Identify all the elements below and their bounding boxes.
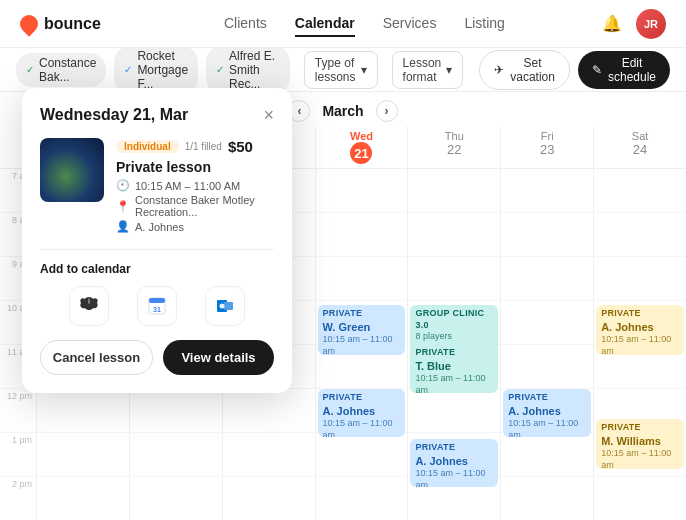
hour-slot xyxy=(37,389,129,433)
avatar[interactable]: JR xyxy=(636,9,666,39)
svg-text:31: 31 xyxy=(153,306,161,313)
view-details-button[interactable]: View details xyxy=(163,340,274,375)
hour-slot xyxy=(316,169,408,213)
day-header-wed: Wed 21 xyxy=(315,126,408,168)
add-to-calendar-label: Add to calendar xyxy=(40,262,274,276)
hour-slot xyxy=(316,213,408,257)
filter-tag-label: Constance Bak... xyxy=(39,56,96,84)
apple-calendar-button[interactable] xyxy=(69,286,109,326)
day-num: 21 xyxy=(350,142,372,164)
nav-clients[interactable]: Clients xyxy=(224,11,267,37)
svg-rect-4 xyxy=(224,302,233,310)
day-header-sat: Sat 24 xyxy=(593,126,686,168)
day-num: 23 xyxy=(501,142,593,157)
hour-slot xyxy=(594,213,686,257)
event-private-ajohnes-thu[interactable]: PRIVATE A. Johnes 10:15 am – 11:00 am xyxy=(410,439,498,487)
filter-tag-alfred[interactable]: ✓ Alfred E. Smith Rec... xyxy=(206,46,290,94)
calendar-icons: 31 xyxy=(40,286,274,326)
chevron-down-icon: ▾ xyxy=(446,63,452,77)
filter-tag-constance[interactable]: ✓ Constance Bak... xyxy=(16,53,106,87)
set-vacation-button[interactable]: ✈ Set vacation xyxy=(479,50,570,90)
hour-slot xyxy=(37,477,129,520)
hour-slot xyxy=(501,213,593,257)
svg-point-5 xyxy=(220,304,225,309)
day-header-thu: Thu 22 xyxy=(407,126,500,168)
nav-calendar[interactable]: Calendar xyxy=(295,11,355,37)
day-header-fri: Fri 23 xyxy=(500,126,593,168)
hour-slot xyxy=(316,257,408,301)
hour-slot xyxy=(594,169,686,213)
flame-icon xyxy=(16,11,41,36)
filter-tag-label: Alfred E. Smith Rec... xyxy=(229,49,280,91)
hour-slot xyxy=(223,389,315,433)
check-icon: ✓ xyxy=(216,64,224,75)
hour-slot xyxy=(130,389,222,433)
nav-services[interactable]: Services xyxy=(383,11,437,37)
cancel-lesson-button[interactable]: Cancel lesson xyxy=(40,340,153,375)
vacation-icon: ✈ xyxy=(494,63,504,77)
time-slot-12pm: 12 pm xyxy=(0,389,36,433)
lesson-location: Constance Baker Motley Recreation... xyxy=(135,194,274,218)
day-col-fri: PRIVATE A. Johnes 10:15 am – 11:00 am xyxy=(500,169,593,520)
next-month-button[interactable]: › xyxy=(376,100,398,122)
hour-slot xyxy=(223,477,315,520)
day-label: Wed xyxy=(350,130,373,142)
nav-right: 🔔 JR xyxy=(598,9,666,39)
app-logo[interactable]: bounce xyxy=(20,15,101,33)
lesson-location-row: 📍 Constance Baker Motley Recreation... xyxy=(116,194,274,218)
divider xyxy=(40,249,274,250)
popup-close-button[interactable]: × xyxy=(263,106,274,124)
app-name: bounce xyxy=(44,15,101,33)
notification-icon[interactable]: 🔔 xyxy=(598,10,626,38)
popup-body: Individual 1/1 filled $50 Private lesson… xyxy=(40,138,274,235)
hour-slot xyxy=(37,433,129,477)
filter-tag-rocket[interactable]: ✓ Rocket Mortgage F... xyxy=(114,46,198,94)
dropdown-label: Type of lessons xyxy=(315,56,356,84)
day-num: 24 xyxy=(594,142,686,157)
month-label: March xyxy=(322,103,363,119)
event-detail-popup: Wednesday 21, Mar × Individual 1/1 fille… xyxy=(22,88,292,393)
hour-slot xyxy=(594,477,686,520)
day-label: Fri xyxy=(541,130,554,142)
day-col-wed: PRIVATE W. Green 10:15 am – 11:00 am PRI… xyxy=(315,169,408,520)
tag-individual: Individual xyxy=(116,140,179,153)
event-group-clinic[interactable]: GROUP CLINIC 3.0 8 players PRIVATE T. Bl… xyxy=(410,305,498,393)
hour-slot xyxy=(408,213,500,257)
svg-rect-1 xyxy=(149,298,165,303)
lesson-format-dropdown[interactable]: Lesson format ▾ xyxy=(392,51,464,89)
check-icon: ✓ xyxy=(124,64,132,75)
hour-slot xyxy=(223,433,315,477)
event-private-ajohnes-sat[interactable]: PRIVATE A. Johnes 10:15 am – 11:00 am xyxy=(596,305,684,355)
outlook-calendar-button[interactable] xyxy=(205,286,245,326)
lesson-time: 10:15 AM – 11:00 AM xyxy=(135,180,240,192)
event-private-ajohnes-wed[interactable]: PRIVATE A. Johnes 10:15 am – 11:00 am xyxy=(318,389,406,437)
event-private-ajohnes-fri[interactable]: PRIVATE A. Johnes 10:15 am – 11:00 am xyxy=(503,389,591,437)
lesson-instructor: A. Johnes xyxy=(135,221,184,233)
hour-slot xyxy=(408,257,500,301)
hour-slot xyxy=(501,477,593,520)
hour-slot xyxy=(408,169,500,213)
hour-slot xyxy=(130,477,222,520)
popup-details: Individual 1/1 filled $50 Private lesson… xyxy=(116,138,274,235)
google-calendar-button[interactable]: 31 xyxy=(137,286,177,326)
hour-slot xyxy=(501,169,593,213)
dropdown-label: Lesson format xyxy=(403,56,442,84)
lesson-type-dropdown[interactable]: Type of lessons ▾ xyxy=(304,51,378,89)
time-slot-1pm: 1 pm xyxy=(0,433,36,477)
day-label: Thu xyxy=(445,130,464,142)
chevron-down-icon: ▾ xyxy=(361,63,367,77)
edit-schedule-button[interactable]: ✎ Edit schedule xyxy=(578,51,670,89)
hour-slot xyxy=(594,257,686,301)
day-col-sat: PRIVATE A. Johnes 10:15 am – 11:00 am PR… xyxy=(593,169,686,520)
hour-slot xyxy=(501,301,593,345)
hour-slot xyxy=(316,477,408,520)
nav-listing[interactable]: Listing xyxy=(464,11,504,37)
check-icon: ✓ xyxy=(26,64,34,75)
hour-slot xyxy=(501,257,593,301)
tag-filled: 1/1 filled xyxy=(185,141,222,152)
edit-icon: ✎ xyxy=(592,63,602,77)
day-num: 22 xyxy=(408,142,500,157)
event-private-wgreen[interactable]: PRIVATE W. Green 10:15 am – 11:00 am xyxy=(318,305,406,355)
event-private-mwilliams-sat[interactable]: PRIVATE M. Williams 10:15 am – 11:00 am xyxy=(596,419,684,469)
time-slot-2pm: 2 pm xyxy=(0,477,36,520)
